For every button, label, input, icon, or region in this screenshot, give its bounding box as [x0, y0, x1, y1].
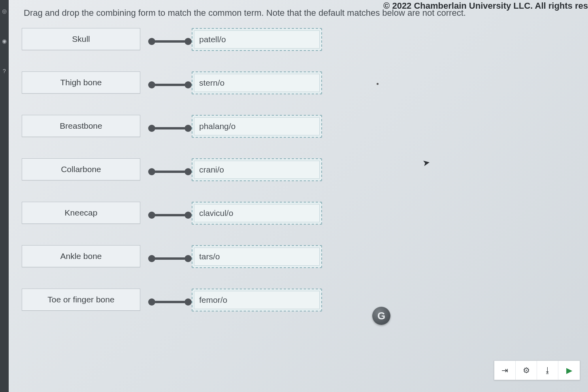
drop-target[interactable]: patell/o	[192, 28, 322, 51]
term-box-skull: Skull	[22, 28, 140, 50]
play-icon: ▶	[566, 366, 572, 375]
arrow-right-icon: ⇥	[501, 366, 508, 375]
match-row: Ankle bone tars/o	[22, 243, 322, 286]
match-row: Collarbone crani/o	[22, 156, 322, 199]
matching-area: Skull patell/o Thigh bone stern/o Breast…	[22, 26, 322, 330]
gear-icon: ⚙	[523, 366, 530, 375]
play-button[interactable]: ▶	[558, 361, 580, 380]
connector-line	[148, 213, 192, 218]
draggable-combining-form[interactable]: clavicul/o	[194, 204, 320, 222]
drop-target[interactable]: crani/o	[192, 158, 322, 181]
rail-eye-icon[interactable]: ◉	[2, 38, 7, 44]
connector-line	[148, 83, 192, 87]
left-rail: ◎ ◉ ?	[0, 0, 9, 392]
draggable-combining-form[interactable]: tars/o	[194, 248, 320, 266]
drop-target[interactable]: clavicul/o	[192, 202, 322, 225]
stray-dot	[377, 83, 379, 85]
match-row: Toe or finger bone femor/o	[22, 286, 322, 330]
drop-target[interactable]: stern/o	[192, 71, 322, 94]
cursor-icon: ➤	[422, 158, 431, 169]
term-box-breastbone: Breastbone	[22, 115, 140, 137]
term-box-thigh-bone: Thigh bone	[22, 71, 140, 94]
next-button[interactable]: ⇥	[494, 361, 516, 380]
settings-button[interactable]: ⚙	[516, 361, 537, 380]
drop-target[interactable]: phalang/o	[192, 115, 322, 138]
term-box-ankle-bone: Ankle bone	[22, 245, 140, 267]
draggable-combining-form[interactable]: phalang/o	[194, 117, 320, 135]
draggable-combining-form[interactable]: patell/o	[194, 30, 320, 49]
bottom-toolbar: ⇥ ⚙ ⭳ ▶	[494, 360, 580, 380]
drop-target[interactable]: tars/o	[192, 245, 322, 268]
term-box-kneecap: Kneecap	[22, 202, 140, 224]
rail-help-icon[interactable]: ?	[3, 68, 6, 74]
download-icon: ⭳	[544, 366, 552, 375]
g-badge-icon[interactable]: G	[372, 307, 390, 325]
match-row: Kneecap clavicul/o	[22, 199, 322, 243]
connector-line	[148, 300, 192, 304]
connector-line	[148, 256, 192, 261]
instruction-text: Drag and drop the combining form to matc…	[24, 8, 572, 18]
connector-line	[148, 126, 192, 131]
connector-line	[148, 169, 192, 174]
download-button[interactable]: ⭳	[537, 361, 558, 380]
match-row: Thigh bone stern/o	[22, 69, 322, 113]
match-row: Skull patell/o	[22, 26, 322, 69]
term-box-toe-finger-bone: Toe or finger bone	[22, 289, 140, 311]
connector-line	[148, 39, 192, 44]
rail-target-icon[interactable]: ◎	[2, 8, 7, 14]
draggable-combining-form[interactable]: crani/o	[194, 161, 320, 179]
draggable-combining-form[interactable]: stern/o	[194, 74, 320, 92]
match-row: Breastbone phalang/o	[22, 113, 322, 156]
draggable-combining-form[interactable]: femor/o	[194, 291, 320, 309]
term-box-collarbone: Collarbone	[22, 158, 140, 180]
drop-target[interactable]: femor/o	[192, 289, 322, 311]
